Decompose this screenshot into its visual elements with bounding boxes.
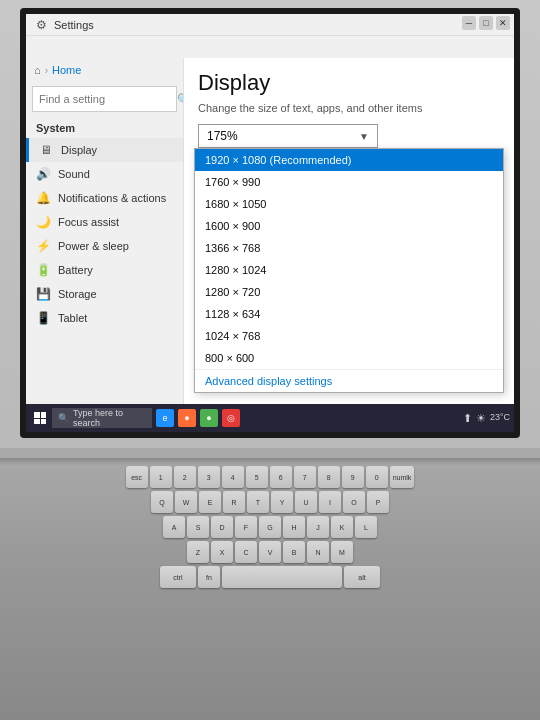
key-p[interactable]: P: [367, 491, 389, 513]
advanced-display-link[interactable]: Advanced display settings: [195, 369, 503, 392]
key-ctrl[interactable]: ctrl: [160, 566, 196, 588]
notifications-nav-icon: 🔔: [36, 191, 50, 205]
key-1[interactable]: 1: [150, 466, 172, 488]
sidebar-item-sound-label: Sound: [58, 168, 90, 180]
key-0[interactable]: 0: [366, 466, 388, 488]
resolution-option-1[interactable]: 1760 × 990: [195, 171, 503, 193]
taskbar-icon-2[interactable]: ●: [200, 409, 218, 427]
sidebar: ⌂ › Home 🔍 System 🖥 Display 🔊: [26, 58, 184, 404]
sidebar-item-notifications[interactable]: 🔔 Notifications & actions: [26, 186, 183, 210]
key-numlock[interactable]: numlk: [390, 466, 415, 488]
key-c[interactable]: C: [235, 541, 257, 563]
taskbar-tray: ⬆ ☀ 23°C: [463, 412, 510, 425]
key-4[interactable]: 4: [222, 466, 244, 488]
sidebar-item-focus[interactable]: 🌙 Focus assist: [26, 210, 183, 234]
battery-nav-icon: 🔋: [36, 263, 50, 277]
key-g[interactable]: G: [259, 516, 281, 538]
key-f[interactable]: F: [235, 516, 257, 538]
resolution-dropdown[interactable]: 1920 × 1080 (Recommended) 1760 × 990 168…: [194, 148, 504, 393]
taskbar-icon-1[interactable]: ●: [178, 409, 196, 427]
sidebar-item-power[interactable]: ⚡ Power & sleep: [26, 234, 183, 258]
key-6[interactable]: 6: [270, 466, 292, 488]
resolution-option-6[interactable]: 1280 × 720: [195, 281, 503, 303]
taskbar-chrome-icon[interactable]: ◎: [222, 409, 240, 427]
key-y[interactable]: Y: [271, 491, 293, 513]
minimize-button[interactable]: ─: [462, 16, 476, 30]
key-z[interactable]: Z: [187, 541, 209, 563]
key-n[interactable]: N: [307, 541, 329, 563]
display-nav-icon: 🖥: [39, 143, 53, 157]
key-b[interactable]: B: [283, 541, 305, 563]
resolution-option-7[interactable]: 1128 × 634: [195, 303, 503, 325]
key-k[interactable]: K: [331, 516, 353, 538]
window-controls: ─ □ ✕: [462, 16, 510, 30]
search-input[interactable]: [39, 93, 177, 105]
sidebar-item-sound[interactable]: 🔊 Sound: [26, 162, 183, 186]
start-button[interactable]: [30, 408, 50, 428]
sidebar-item-power-label: Power & sleep: [58, 240, 129, 252]
key-x[interactable]: X: [211, 541, 233, 563]
key-esc[interactable]: esc: [126, 466, 148, 488]
sidebar-item-storage-label: Storage: [58, 288, 97, 300]
storage-nav-icon: 💾: [36, 287, 50, 301]
taskbar-search[interactable]: 🔍 Type here to search: [52, 408, 152, 428]
key-3[interactable]: 3: [198, 466, 220, 488]
key-alt[interactable]: alt: [344, 566, 380, 588]
resolution-option-5[interactable]: 1280 × 1024: [195, 259, 503, 281]
key-s[interactable]: S: [187, 516, 209, 538]
sidebar-item-tablet-label: Tablet: [58, 312, 87, 324]
key-space[interactable]: [222, 566, 342, 588]
key-j[interactable]: J: [307, 516, 329, 538]
key-row-qwerty: Q W E R T Y U I O P: [8, 491, 532, 513]
key-e[interactable]: E: [199, 491, 221, 513]
window-title: Settings: [54, 19, 94, 31]
key-row-bottom: ctrl fn alt: [8, 566, 532, 588]
resolution-option-0[interactable]: 1920 × 1080 (Recommended): [195, 149, 503, 171]
resolution-option-4[interactable]: 1366 × 768: [195, 237, 503, 259]
key-v[interactable]: V: [259, 541, 281, 563]
key-h[interactable]: H: [283, 516, 305, 538]
title-bar: ⚙ Settings ─ □ ✕: [26, 14, 514, 36]
taskbar-ie-icon[interactable]: e: [156, 409, 174, 427]
key-fn[interactable]: fn: [198, 566, 220, 588]
key-5[interactable]: 5: [246, 466, 268, 488]
search-box[interactable]: 🔍: [32, 86, 177, 112]
sidebar-item-storage[interactable]: 💾 Storage: [26, 282, 183, 306]
key-7[interactable]: 7: [294, 466, 316, 488]
resolution-option-9[interactable]: 800 × 600: [195, 347, 503, 369]
maximize-button[interactable]: □: [479, 16, 493, 30]
key-9[interactable]: 9: [342, 466, 364, 488]
close-button[interactable]: ✕: [496, 16, 510, 30]
key-q[interactable]: Q: [151, 491, 173, 513]
sidebar-item-display[interactable]: 🖥 Display: [26, 138, 183, 162]
taskbar-search-text: Type here to search: [73, 408, 146, 428]
chevron-down-icon: ▼: [359, 131, 369, 142]
scale-dropdown[interactable]: 175% ▼: [198, 124, 378, 148]
key-a[interactable]: A: [163, 516, 185, 538]
sidebar-item-tablet[interactable]: 📱 Tablet: [26, 306, 183, 330]
key-d[interactable]: D: [211, 516, 233, 538]
key-o[interactable]: O: [343, 491, 365, 513]
key-8[interactable]: 8: [318, 466, 340, 488]
system-section-title: System: [26, 116, 183, 138]
key-t[interactable]: T: [247, 491, 269, 513]
breadcrumb-home-link[interactable]: Home: [52, 64, 81, 76]
page-title: Display: [198, 70, 500, 96]
settings-content: ⌂ › Home 🔍 System 🖥 Display 🔊: [26, 36, 514, 404]
key-u[interactable]: U: [295, 491, 317, 513]
key-w[interactable]: W: [175, 491, 197, 513]
settings-icon: ⚙: [34, 18, 48, 32]
sidebar-item-battery[interactable]: 🔋 Battery: [26, 258, 183, 282]
key-m[interactable]: M: [331, 541, 353, 563]
resolution-option-3[interactable]: 1600 × 900: [195, 215, 503, 237]
sidebar-item-display-label: Display: [61, 144, 97, 156]
resolution-option-8[interactable]: 1024 × 768: [195, 325, 503, 347]
focus-nav-icon: 🌙: [36, 215, 50, 229]
resolution-option-2[interactable]: 1680 × 1050: [195, 193, 503, 215]
tray-icon-1: ⬆: [463, 412, 472, 425]
key-2[interactable]: 2: [174, 466, 196, 488]
key-i[interactable]: I: [319, 491, 341, 513]
power-nav-icon: ⚡: [36, 239, 50, 253]
key-l[interactable]: L: [355, 516, 377, 538]
key-r[interactable]: R: [223, 491, 245, 513]
